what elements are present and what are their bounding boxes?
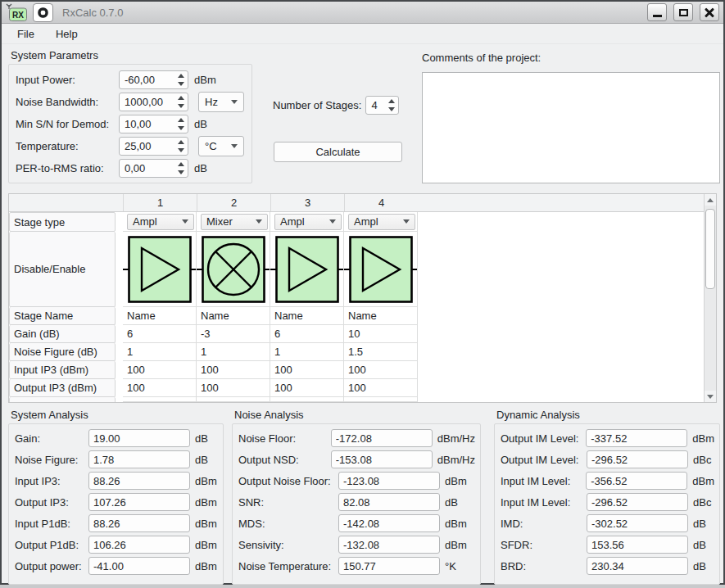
- spin-down-icon[interactable]: [178, 82, 184, 86]
- input-ip3-cell-1[interactable]: 100: [123, 361, 197, 379]
- stage-name-cell-1[interactable]: Name: [123, 307, 197, 325]
- gain-cell-4[interactable]: 10: [344, 325, 418, 343]
- stage-name-cell-2[interactable]: Name: [197, 307, 270, 325]
- noise-figure-result-field[interactable]: [88, 450, 190, 468]
- output-power-result-field[interactable]: [88, 557, 190, 575]
- output-ip3-cell-3[interactable]: 100: [270, 379, 344, 397]
- input-ip3-cell-2[interactable]: 100: [197, 361, 270, 379]
- output-nsd-field[interactable]: [331, 450, 433, 468]
- input-ip3-result-field[interactable]: [88, 472, 190, 490]
- spin-down-icon[interactable]: [178, 148, 184, 152]
- input-im-dbm-field[interactable]: [586, 472, 687, 490]
- spin-down-icon[interactable]: [388, 107, 395, 111]
- menu-help[interactable]: Help: [48, 25, 85, 43]
- scrollbar-up-button[interactable]: [705, 194, 716, 206]
- brd-label: BRD:: [501, 560, 587, 572]
- menu-file[interactable]: File: [10, 25, 42, 43]
- min-sn-spinbox[interactable]: [119, 115, 188, 133]
- imd-field[interactable]: [587, 514, 688, 532]
- input-p1db-result-unit: dBm: [195, 518, 217, 530]
- output-ip3-cell-4[interactable]: 100: [344, 379, 418, 397]
- mds-field[interactable]: [338, 514, 440, 532]
- spin-up-icon[interactable]: [178, 140, 184, 144]
- stage-type-combo-2[interactable]: Mixer: [201, 214, 268, 230]
- gain-cell-1[interactable]: 6: [123, 325, 197, 343]
- table-scrollbar[interactable]: [704, 194, 716, 402]
- gain-cell-2[interactable]: -3: [197, 325, 270, 343]
- stage-name-cell-4[interactable]: Name: [344, 307, 418, 325]
- scrollbar-thumb[interactable]: [705, 209, 715, 289]
- noise-figure-cell-4[interactable]: 1.5: [344, 343, 418, 361]
- output-im-dbc-field[interactable]: [587, 450, 688, 468]
- snr-field[interactable]: [338, 493, 440, 511]
- stage-icon-cell-4[interactable]: [344, 232, 418, 307]
- spin-up-icon[interactable]: [388, 99, 395, 103]
- noise-figure-cell-1[interactable]: 1: [123, 343, 197, 361]
- output-ip3-result-field[interactable]: [88, 493, 190, 511]
- spin-up-icon[interactable]: [178, 74, 184, 78]
- input-p1db-result-field[interactable]: [88, 514, 190, 532]
- noise-bandwidth-label: Noise Bandwidth:: [16, 96, 119, 108]
- noise-temperature-field[interactable]: [338, 557, 440, 575]
- input-im-dbc-field[interactable]: [587, 493, 688, 511]
- close-button[interactable]: [700, 3, 719, 21]
- chevron-down-icon: [182, 219, 188, 224]
- noise-bandwidth-unit-combo[interactable]: Hz: [198, 92, 244, 112]
- output-im-dbm-field[interactable]: [586, 429, 687, 447]
- spin-up-icon[interactable]: [178, 96, 184, 100]
- window-title: RxCalc 0.7.0: [62, 7, 641, 19]
- scrollbar-track[interactable]: [705, 206, 716, 391]
- maximize-icon: [679, 9, 688, 16]
- analysis-row: Input IM Level: dBc: [501, 493, 714, 511]
- output-ip3-cell-1[interactable]: 100: [123, 379, 197, 397]
- input-p1db-result-label: Input P1dB:: [15, 518, 88, 530]
- row-header-stage-name: Stage Name: [9, 307, 116, 325]
- noise-bandwidth-spinbox[interactable]: [119, 93, 188, 111]
- per-rms-spinbox[interactable]: [119, 159, 188, 178]
- noise-figure-cell-2[interactable]: 1: [197, 343, 270, 361]
- input-im-dbm-unit: dBm: [692, 475, 714, 487]
- stage-type-combo-3[interactable]: Ampl: [274, 214, 342, 230]
- input-power-spinbox[interactable]: [119, 70, 188, 89]
- output-noise-floor-field[interactable]: [338, 472, 440, 490]
- spin-down-icon[interactable]: [178, 170, 184, 174]
- stage-type-combo-4[interactable]: Ampl: [348, 214, 415, 230]
- spin-down-icon[interactable]: [178, 104, 184, 108]
- maximize-button[interactable]: [673, 3, 693, 21]
- calculate-button[interactable]: Calculate: [274, 142, 402, 162]
- sensitivity-field[interactable]: [338, 536, 440, 554]
- spin-up-icon[interactable]: [178, 162, 184, 166]
- scrollbar-down-button[interactable]: [705, 391, 716, 402]
- chevron-down-icon: [256, 219, 262, 224]
- analysis-row: Input IM Level: dBm: [501, 472, 714, 490]
- stage-icon-cell-1[interactable]: [123, 232, 197, 307]
- noise-floor-field[interactable]: [331, 429, 433, 447]
- sfdr-field[interactable]: [587, 536, 688, 554]
- number-of-stages-spinbox[interactable]: [365, 96, 399, 115]
- spin-down-icon[interactable]: [178, 126, 184, 130]
- analysis-row: Input P1dB: dBm: [15, 514, 218, 532]
- brd-unit: dB: [693, 560, 706, 572]
- comments-textarea[interactable]: [422, 72, 720, 183]
- stage-type-value: Ampl: [354, 215, 378, 228]
- spin-up-icon[interactable]: [178, 118, 184, 122]
- noise-figure-cell-3[interactable]: 1: [270, 343, 344, 361]
- output-ip3-cell-2[interactable]: 100: [197, 379, 270, 397]
- stage-name-cell-3[interactable]: Name: [270, 307, 344, 325]
- stage-icon-cell-3[interactable]: [270, 232, 344, 307]
- minimize-button[interactable]: [647, 3, 667, 21]
- column-header-4: 4: [344, 194, 418, 211]
- stage-type-value: Ampl: [133, 215, 157, 228]
- stage-icon-cell-2[interactable]: [197, 232, 270, 307]
- table-row-stage-name: Stage Name Name Name Name Name: [9, 307, 704, 325]
- input-ip3-cell-4[interactable]: 100: [344, 361, 418, 379]
- gain-cell-3[interactable]: 6: [270, 325, 344, 343]
- temperature-spinbox[interactable]: [119, 137, 188, 156]
- window-menu-button[interactable]: [33, 3, 53, 22]
- output-p1db-result-field[interactable]: [88, 536, 190, 554]
- temperature-unit-combo[interactable]: °C: [198, 136, 244, 156]
- gain-result-field[interactable]: [88, 429, 190, 447]
- stage-type-combo-1[interactable]: Ampl: [127, 214, 194, 230]
- input-ip3-cell-3[interactable]: 100: [270, 361, 344, 379]
- brd-field[interactable]: [587, 557, 688, 575]
